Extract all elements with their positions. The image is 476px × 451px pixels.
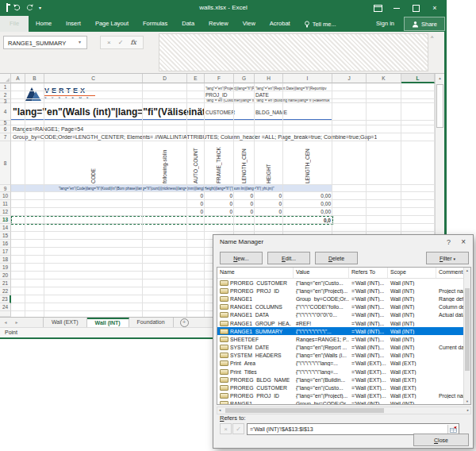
cell-value-r10c3[interactable]: 0 (226, 192, 253, 200)
list-header-refers-to[interactable]: Refers To (349, 268, 388, 278)
row-header-15[interactable]: 15 (0, 232, 11, 240)
collapse-dialog-icon[interactable] (447, 425, 458, 434)
row-header-12[interactable]: 12 (0, 208, 11, 216)
close-button[interactable]: Close (413, 434, 469, 446)
list-header-value[interactable]: Value (294, 268, 349, 278)
ribbon-tab-insert[interactable]: Insert (59, 16, 88, 32)
dialog-vscroll-thumb[interactable] (465, 288, 470, 371)
dialog-vertical-scrollbar[interactable]: ▴ ▾ (463, 268, 470, 404)
cell-value-r12c1[interactable]: 0 (176, 208, 203, 216)
sheet-nav-right-icon[interactable]: ▸ (11, 318, 22, 327)
rotated-header-2[interactable]: following-siblin (162, 142, 168, 183)
name-row-range1[interactable]: RANGE1Group_by=CODE;Or...='Wall (INT)...… (217, 400, 470, 405)
row-header-19[interactable]: 19 (0, 264, 11, 272)
rotated-header-4[interactable]: FRAME_THICK (216, 142, 222, 183)
name-row-proreg-customer[interactable]: PROREG_CUSTOMER{"lang="en"(Custo...='Wal… (217, 384, 470, 391)
row-header-14[interactable]: 14 (0, 224, 11, 232)
minimize-icon[interactable] (387, 0, 406, 16)
name-row-range1-data[interactable]: RANGE1_DATA{"\"\"\"\"\"0\"0\"0...='Wall … (217, 311, 470, 319)
name-row-system-headers[interactable]: SYSTEM_HEADERS{"lang="en"(Walls (i...='W… (217, 352, 470, 360)
column-header-G[interactable]: G (234, 74, 255, 83)
row-header-1[interactable]: 1 (0, 83, 11, 91)
row-header-8[interactable]: 8 (0, 141, 11, 185)
dialog-close-icon[interactable]: × (461, 235, 466, 249)
name-row-proreg-customer[interactable]: PROREG_CUSTOMER{"lang="en"(Custo...='Wal… (217, 279, 470, 287)
select-all-corner[interactable] (0, 74, 11, 83)
name-row-proreg-proj-id[interactable]: PROREG_PROJ_ID{"lang="en"(Project)...='W… (217, 392, 470, 400)
name-row-range1-columns[interactable]: RANGE1_COLUMNS{"\"\"\"CODE\"follo...='Wa… (217, 303, 470, 311)
list-header-name[interactable]: Name (217, 268, 294, 278)
column-header-J[interactable]: J (332, 74, 367, 83)
sheet-tab-foundation[interactable]: Foundation (129, 318, 174, 327)
column-header-B[interactable]: B (25, 74, 44, 83)
cancel-icon[interactable]: × (107, 37, 111, 48)
list-header-scope[interactable]: Scope (388, 268, 436, 278)
column-header-C[interactable]: C (44, 74, 143, 83)
ribbon-tab-file[interactable]: File (0, 16, 29, 32)
scroll-left-icon[interactable]: ◂ (219, 407, 221, 414)
cell-value-r12c4[interactable]: 0 (255, 208, 282, 216)
rotated-header-7[interactable]: LENGTH_CEN (305, 142, 311, 183)
row-header-18[interactable]: 18 (0, 256, 11, 264)
column-header-D[interactable]: D (143, 74, 187, 83)
column-header-A[interactable]: A (11, 74, 25, 83)
dialog-title[interactable]: Name Manager (213, 235, 473, 249)
dialog-help-icon[interactable]: ? (447, 235, 451, 249)
sheet-tab-wall-ext-[interactable]: Wall (EXT) (44, 318, 87, 327)
scroll-up-icon[interactable]: ▴ (464, 268, 470, 272)
row-header-10[interactable]: 10 (0, 192, 11, 200)
ribbon-display-options-icon[interactable] (368, 0, 387, 16)
dialog-hscroll-thumb[interactable] (225, 408, 384, 413)
grid-vscroll-thumb[interactable] (436, 84, 443, 128)
cell-value-r12c3[interactable]: 0 (226, 208, 253, 216)
formula-bar-collapse-icon[interactable]: ^ (431, 35, 433, 40)
row-header-21[interactable]: 21 (0, 279, 11, 287)
row-header-23[interactable]: 23 (0, 295, 11, 303)
column-header-K[interactable]: K (367, 74, 401, 83)
insert-function-icon[interactable]: fx (130, 37, 136, 48)
ribbon-tab-acrobat[interactable]: Acrobat (263, 16, 298, 32)
cell-value-r10c5[interactable]: 0,00 (304, 192, 331, 200)
sheet-tab-wall-int-[interactable]: Wall (INT) (87, 318, 129, 327)
cell-value-r10c4[interactable]: 0 (255, 192, 282, 200)
cell-value-r11c4[interactable]: 0 (255, 200, 282, 208)
close-icon[interactable]: × (425, 0, 444, 16)
new-button[interactable]: New... (220, 252, 263, 264)
row-header-7[interactable]: 7 (0, 133, 11, 141)
scroll-up-icon[interactable]: ▴ (436, 75, 444, 80)
column-header-E[interactable]: E (187, 74, 205, 83)
rotated-header-6[interactable]: HEIGHT (266, 142, 272, 183)
edit-button[interactable]: Edit... (267, 252, 310, 264)
row-header-13[interactable]: 13 (0, 216, 11, 224)
column-header-H[interactable]: H (255, 74, 283, 83)
column-header-F[interactable]: F (205, 74, 234, 83)
share-button[interactable]: Share (404, 17, 445, 31)
rotated-header-1[interactable]: CODE (90, 142, 97, 183)
cell-value-r11c1[interactable]: 0 (176, 200, 203, 208)
cell-value-r11c3[interactable]: 0 (226, 200, 253, 208)
row-header-6[interactable]: 6 (0, 125, 11, 133)
ribbon-tab-data[interactable]: Data (175, 16, 202, 32)
filter-button[interactable]: Filter ▾ (426, 252, 469, 264)
enter-icon[interactable]: ✓ (118, 37, 124, 48)
ribbon-tab-page-layout[interactable]: Page Layout (88, 16, 136, 32)
row-header-20[interactable]: 20 (0, 272, 11, 279)
new-sheet-icon[interactable]: + (180, 318, 189, 327)
maximize-icon[interactable] (406, 0, 425, 16)
row-header-4[interactable]: 4 (0, 103, 11, 121)
name-row-range1-group-hea-[interactable]: RANGE1_GROUP_HEA...#REF!='Wall (INT)...W… (217, 319, 470, 327)
name-row-print-area[interactable]: Print_Area{"\"\"\"\"\"\"lang=...='Wall (… (217, 360, 470, 368)
scroll-down-icon[interactable]: ▾ (464, 399, 470, 403)
name-box-dropdown-icon[interactable]: ▾ (79, 36, 81, 49)
scroll-right-icon[interactable]: ▸ (467, 407, 469, 414)
cell-A4-sheet-title[interactable]: "lang="en"(Walls (int)"|lang="fi"(Välise… (11, 103, 205, 121)
cell-value-r10c1[interactable]: 0 (176, 192, 203, 200)
rotated-header-5[interactable]: LENGTH_CEN (241, 142, 248, 183)
row-header-22[interactable]: 22 (0, 287, 11, 295)
row-header-16[interactable]: 16 (0, 240, 11, 248)
ribbon-tab-formulas[interactable]: Formulas (136, 16, 175, 32)
tell-me-box[interactable]: Tell me... (298, 16, 343, 32)
row-header-9[interactable]: 9 (0, 185, 11, 192)
column-header-L[interactable]: L (401, 74, 435, 83)
name-row-range1-summary[interactable]: RANGE1_SUMMARY{"\"\"\"\"\"\"\"\"...='Wal… (217, 327, 470, 335)
